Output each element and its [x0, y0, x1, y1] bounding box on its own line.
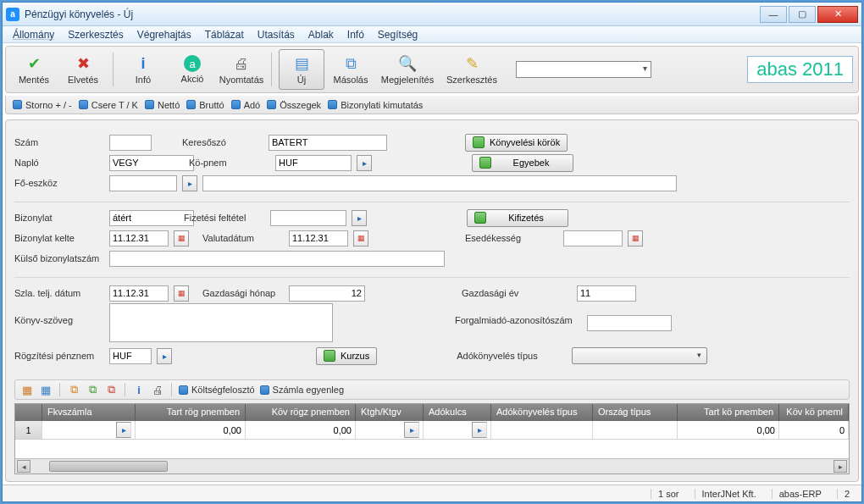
menu-vegrehajtas[interactable]: Végrehajtás	[132, 27, 197, 42]
tag-brutto[interactable]: Bruttó	[186, 100, 224, 110]
minimize-button[interactable]: —	[760, 6, 787, 23]
menu-utasitas[interactable]: Utasítás	[252, 27, 300, 42]
input-bizkelte[interactable]: 11.12.31	[109, 230, 169, 246]
horizontal-scrollbar[interactable]: ◂▸	[15, 458, 849, 474]
col-ktgh[interactable]: Ktgh/Ktgv	[356, 404, 424, 421]
col-fkvszamla[interactable]: Fkvszámla	[42, 404, 136, 421]
input-kulso[interactable]	[109, 251, 445, 267]
label-keresoszo: Keresőszó	[182, 137, 263, 147]
calendar-szladatum[interactable]: ▦	[174, 285, 189, 302]
label-esedekesseg: Esedékesség	[465, 233, 558, 243]
menu-ablak[interactable]: Ablak	[303, 27, 339, 42]
show-button[interactable]: 🔍Megjelenítés	[377, 49, 438, 90]
picker-kopnem[interactable]: ▸	[357, 155, 372, 171]
paste-icon[interactable]: ⧉	[86, 383, 99, 396]
label-gazho: Gazdasági hónap	[202, 288, 284, 298]
picker-rogzpnem[interactable]: ▸	[157, 348, 172, 364]
input-fizfeltetel[interactable]	[270, 210, 346, 226]
info-icon[interactable]: i	[132, 383, 146, 396]
toolbar: ✔Mentés ✖Elvetés iInfó aAkció 🖨Nyomtatás…	[5, 46, 859, 93]
input-foeszkoz-code[interactable]	[109, 175, 177, 191]
plus-icon	[473, 136, 485, 148]
input-gazho[interactable]: 12	[289, 285, 365, 302]
col-tart-ko[interactable]: Tart kö pnemben	[678, 404, 779, 421]
info-icon: i	[134, 54, 152, 73]
grid-layout-icon[interactable]: ▦	[39, 383, 53, 396]
tag-szamlaegyenleg[interactable]: Számla egyenleg	[260, 385, 344, 395]
menu-szerkesztes[interactable]: Szerkesztés	[63, 27, 128, 42]
tag-koltsegfeloszto[interactable]: Költségfelosztó	[179, 385, 255, 395]
input-valutadatum[interactable]: 11.12.31	[289, 230, 348, 246]
egyebek-button[interactable]: Egyebek	[472, 154, 573, 172]
tag-ado[interactable]: Adó	[231, 100, 261, 110]
input-esedekesseg[interactable]	[563, 230, 623, 246]
abas-icon: a	[184, 55, 201, 72]
col-kov-rogz[interactable]: Köv rögz pnemben	[246, 404, 356, 421]
input-szam[interactable]	[109, 135, 152, 151]
info-button[interactable]: iInfó	[120, 49, 166, 90]
copy-icon[interactable]: ⧉	[67, 383, 80, 396]
input-keresoszo[interactable]: BATERT	[269, 135, 387, 151]
print-button[interactable]: 🖨Nyomtatás	[219, 49, 264, 90]
picker-fkv[interactable]: ▸	[116, 422, 131, 438]
action-button[interactable]: aAkció	[169, 49, 215, 90]
input-kopnem[interactable]: HUF	[275, 155, 352, 171]
input-gazev[interactable]: 11	[577, 285, 636, 302]
menu-info[interactable]: Infó	[342, 27, 369, 42]
picker-adokulcs[interactable]: ▸	[472, 422, 487, 438]
tag-netto[interactable]: Nettó	[145, 100, 180, 110]
col-adotipus[interactable]: Adókönyvelés típus	[491, 404, 593, 421]
col-orszagtipus[interactable]: Ország típus	[593, 404, 678, 421]
copy-button[interactable]: ⧉Másolás	[328, 49, 374, 90]
status-page: 2	[837, 489, 856, 499]
label-kopnem: Kö-pnem	[189, 158, 270, 168]
document-icon: ▤	[292, 54, 311, 73]
kifizetes-button[interactable]: Kifizetés	[467, 209, 568, 227]
kurzus-button[interactable]: Kurzus	[316, 347, 377, 365]
label-foeszkoz: Fő-eszköz	[14, 178, 104, 188]
menu-allomany[interactable]: Állomány	[8, 27, 59, 42]
discard-button[interactable]: ✖Elvetés	[60, 49, 106, 90]
picker-fizfeltetel[interactable]: ▸	[352, 210, 367, 226]
picker-ktgh[interactable]: ▸	[404, 422, 419, 438]
tag-osszegek[interactable]: Összegek	[267, 100, 321, 110]
new-button[interactable]: ▤Új	[279, 49, 324, 90]
tag-bizkimut[interactable]: Bizonylati kimutatás	[328, 100, 423, 110]
edit-button[interactable]: ✎Szerkesztés	[441, 49, 502, 90]
input-rogzpnem[interactable]: HUF	[109, 348, 152, 364]
textarea-kszoveg[interactable]	[109, 303, 333, 342]
cut-icon[interactable]: ⧉	[104, 383, 118, 396]
input-forgazon[interactable]	[587, 315, 672, 331]
printer-icon[interactable]: 🖨	[151, 383, 164, 396]
menu-tablazat[interactable]: Táblázat	[200, 27, 249, 42]
close-button[interactable]: ✕	[817, 6, 858, 23]
menu-segitseg[interactable]: Segítség	[373, 27, 423, 42]
calendar-valutadatum[interactable]: ▦	[353, 230, 368, 246]
col-tart-rog[interactable]: Tart rög pnemben	[136, 404, 246, 421]
save-button[interactable]: ✔Mentés	[11, 49, 57, 90]
pencil-icon: ✎	[462, 54, 481, 73]
brand-badge: abas 2011	[747, 56, 853, 83]
label-gazev: Gazdasági év	[462, 288, 572, 298]
input-bizonylat[interactable]: átért	[109, 210, 194, 226]
input-szladatum[interactable]: 11.12.31	[109, 285, 169, 302]
combo-adotip[interactable]	[572, 347, 707, 364]
picker-foeszkoz[interactable]: ▸	[182, 175, 197, 191]
maximize-button[interactable]: ▢	[789, 6, 816, 23]
table-row[interactable]: 1 ▸ 0,00 0,00 ▸ ▸ 0,00 0	[15, 421, 849, 440]
status-rows: 1 sor	[651, 489, 685, 499]
statusbar: 1 sor InterJNet Kft. abas-ERP 2	[3, 485, 861, 501]
konyvelesi-korok-button[interactable]: Könyvelési körök	[465, 134, 568, 152]
tag-csere[interactable]: Csere T / K	[79, 100, 138, 110]
tag-storno[interactable]: Storno + / -	[13, 100, 72, 110]
col-kov-ko[interactable]: Köv kö pneml	[779, 404, 849, 421]
printer-icon: 🖨	[232, 54, 251, 73]
label-szam: Szám	[14, 137, 104, 147]
input-foeszkoz-desc[interactable]	[202, 175, 677, 191]
toolbar-combo[interactable]	[516, 61, 651, 78]
calendar-esedekesseg[interactable]: ▦	[628, 230, 643, 246]
input-naplo[interactable]: VEGY	[109, 155, 194, 171]
calendar-bizkelte[interactable]: ▦	[174, 230, 189, 246]
grid-icon[interactable]: ▦	[20, 383, 34, 396]
col-adokulcs[interactable]: Adókulcs	[424, 404, 491, 421]
